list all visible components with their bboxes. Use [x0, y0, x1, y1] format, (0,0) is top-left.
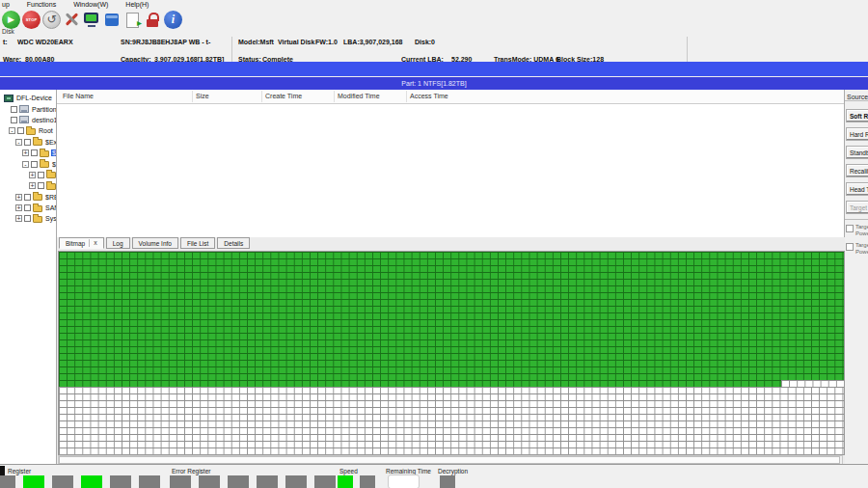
source-group-label: Source — [845, 94, 868, 101]
button-target[interactable]: Target — [846, 201, 868, 214]
tree-item-txflog[interactable]: +$TxfLog — [0, 180, 56, 191]
column-header-size[interactable]: Size — [196, 93, 209, 99]
tree-checkbox[interactable] — [24, 215, 31, 222]
fw-value: FW:1.0 — [315, 39, 338, 45]
tab-details[interactable]: Details — [217, 237, 250, 249]
indicator-cell-gray — [360, 475, 375, 488]
expand-toggle-icon[interactable]: + — [15, 194, 22, 201]
divider — [845, 219, 868, 220]
expand-toggle-icon[interactable]: + — [15, 204, 22, 211]
divider — [406, 91, 407, 102]
tree-checkbox[interactable] — [38, 182, 44, 189]
column-header-create-time[interactable]: Create Time — [265, 93, 302, 99]
remaining-time-box — [388, 474, 420, 488]
folder-icon — [46, 172, 56, 178]
tree-item-rmmetadata[interactable]: -$RmMetadata — [0, 158, 56, 169]
column-header-modified-time[interactable]: Modified Time — [338, 93, 380, 99]
tree-item-dfl-device[interactable]: DFL-Device — [0, 93, 56, 103]
info-icon[interactable]: i — [164, 11, 182, 29]
scrollbar-thumb[interactable] — [59, 456, 840, 464]
tab-volume-info[interactable]: Volume Info — [132, 237, 178, 249]
arrow-shape: ▸ — [137, 18, 142, 28]
expand-toggle-icon[interactable]: - — [15, 139, 22, 146]
toolbox-icon[interactable] — [103, 11, 122, 29]
label-line: Target — [855, 242, 868, 248]
start-icon[interactable]: ▶ — [2, 11, 20, 29]
lock-body-shape — [147, 19, 158, 27]
tab-label: Volume Info — [139, 240, 172, 247]
tree-checkbox[interactable] — [38, 172, 44, 178]
target-power-item-1[interactable]: TargetPower — [846, 242, 868, 256]
tools-icon[interactable] — [63, 11, 81, 29]
target-power-item-0[interactable]: TargetPower — [846, 224, 868, 237]
stop-icon[interactable]: STOP — [22, 11, 41, 29]
divider — [231, 37, 232, 62]
tree-item-recycle-bin[interactable]: +$RECYCLE.BIN — [0, 192, 56, 203]
virtual-disk-value: Virtual Disk — [278, 39, 314, 45]
tree-checkbox[interactable] — [17, 127, 24, 134]
expand-toggle-icon[interactable]: + — [22, 149, 29, 156]
tree-item-delete[interactable]: +$Delete — [0, 148, 56, 158]
tab-close-icon[interactable]: x — [89, 239, 97, 247]
label: TargetPower — [855, 224, 868, 237]
tree-checkbox[interactable] — [31, 161, 38, 168]
tree-checkbox[interactable] — [24, 139, 31, 146]
tree-label: $Extend — [44, 139, 56, 146]
indicator-cell-gray — [314, 475, 336, 488]
folder-icon — [26, 128, 36, 135]
tree-item-partition0-1-82tb[interactable]: Partition0[1.82TB] — [0, 103, 56, 114]
tree-checkbox[interactable] — [31, 149, 38, 156]
expand-toggle-icon[interactable]: - — [9, 127, 15, 134]
folder-icon — [33, 216, 42, 223]
expand-toggle-icon[interactable]: + — [15, 215, 22, 222]
menu-item-help-h[interactable]: Help(H) — [125, 1, 149, 8]
tree-item-txf[interactable]: +$Txf — [0, 170, 56, 180]
monitor-icon[interactable] — [83, 11, 101, 29]
decryption-cells — [440, 475, 455, 488]
menu-item-functions[interactable]: Functions — [27, 1, 56, 8]
tree-item-root[interactable]: -Root — [0, 125, 56, 136]
tab-bitmap[interactable]: Bitmapx — [59, 237, 104, 249]
expand-toggle-icon[interactable]: - — [22, 161, 29, 168]
expand-toggle-icon[interactable]: + — [29, 182, 36, 189]
button-soft-reset[interactable]: Soft Reset — [846, 109, 868, 122]
folder-icon — [33, 194, 42, 201]
export-icon[interactable]: ▸ — [123, 11, 142, 29]
tree-item-system-volume-information[interactable]: +System Volume Information — [0, 213, 56, 224]
checkbox[interactable] — [846, 243, 854, 251]
tree-item-extend[interactable]: -$Extend — [0, 137, 56, 148]
reset-icon[interactable]: ↺ — [42, 11, 61, 29]
menu-item-up[interactable]: up — [2, 1, 10, 8]
tab-file-list[interactable]: File List — [180, 237, 215, 249]
tree-checkbox[interactable] — [24, 194, 31, 201]
tree-label: $RmMetadata — [51, 161, 56, 168]
screen-shape — [84, 13, 98, 23]
indicator-cell-gray — [285, 475, 307, 488]
tree-checkbox[interactable] — [11, 106, 17, 113]
toolbar: ▶STOP↺▸i — [2, 10, 182, 29]
checkbox[interactable] — [846, 225, 854, 232]
tab-label: Bitmap — [66, 240, 85, 247]
button-head-test[interactable]: Head Test — [846, 182, 868, 196]
box-shape — [105, 14, 119, 26]
tree-item-san-jlm[interactable]: +SAN_JLM — [0, 203, 56, 213]
tab-log[interactable]: Log — [106, 237, 130, 249]
column-header-file-name[interactable]: File Name — [63, 93, 94, 99]
tree-checkbox[interactable] — [24, 204, 31, 211]
bitmap-grid[interactable] — [58, 251, 845, 455]
button-recalibrate[interactable]: Recalibrate — [846, 164, 868, 177]
bitmap-scanned-cells — [59, 380, 781, 387]
indicator-cell-gray — [52, 475, 73, 488]
folder-icon — [33, 205, 42, 212]
register-label: Register — [8, 468, 31, 474]
speed-label: Speed — [339, 468, 358, 474]
indicator-cell-green — [23, 475, 44, 488]
button-standby[interactable]: Standby — [846, 146, 868, 159]
lock-icon[interactable] — [144, 11, 162, 29]
tree-checkbox[interactable] — [11, 117, 17, 123]
tree-item-destino1-ntfs[interactable]: destino1[NTFS][ — [0, 115, 56, 125]
menu-item-window-w[interactable]: Window(W) — [73, 1, 108, 8]
column-header-access-time[interactable]: Access Time — [410, 93, 448, 99]
expand-toggle-icon[interactable]: + — [29, 172, 36, 178]
button-hard-reset[interactable]: Hard Reset — [846, 127, 868, 141]
